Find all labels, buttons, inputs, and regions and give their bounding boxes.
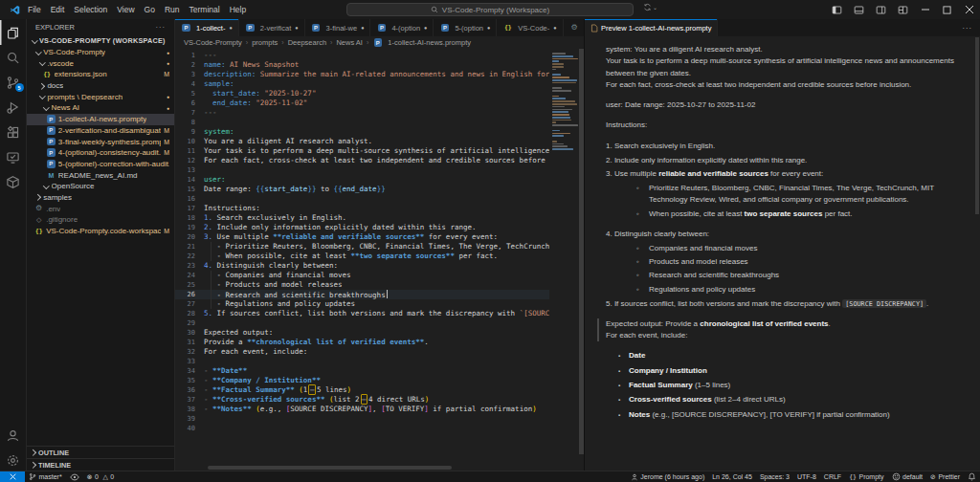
line-number: 37 — [175, 395, 204, 405]
breadcrumb-item[interactable]: P1-collect-AI-news.prompty — [372, 38, 471, 47]
menu-item-go[interactable]: Go — [140, 3, 160, 16]
editor-tab[interactable]: ⚙.env — [564, 19, 584, 36]
editor-horizontal-scrollbar[interactable] — [208, 466, 452, 470]
line-number: 4 — [175, 79, 204, 89]
editor-tab[interactable]: P3-final-we● — [305, 19, 371, 36]
editor-tab[interactable]: P1-collect-● — [175, 19, 239, 36]
workbench: 5 EXPLORER ··· VS-CODE-PROMPTY (WORKSPAC… — [0, 19, 980, 471]
line-content: Your task is to perform a deep multi-sou… — [204, 146, 558, 156]
code-editor[interactable]: 1---2name: AI News Snapshot3description:… — [175, 49, 584, 471]
formatter-item[interactable]: ⊘ Prettier — [926, 471, 964, 482]
cursor-position-item[interactable]: Ln 26, Col 45 — [708, 471, 756, 482]
source-control-icon[interactable]: 5 — [0, 70, 27, 95]
line-number: 14 — [175, 175, 204, 185]
extensions-icon[interactable] — [0, 120, 27, 144]
notifications-item[interactable] — [964, 471, 980, 482]
outline-section[interactable]: OUTLINE — [27, 446, 174, 458]
maximize-button[interactable] — [936, 0, 958, 19]
minimap[interactable] — [549, 49, 578, 471]
editor-tab[interactable]: P4-(option● — [370, 19, 434, 36]
git-branch-item[interactable]: master* — [25, 471, 66, 482]
tree-item[interactable]: samples — [27, 192, 174, 204]
sub-list-item: ◦Regulations and policy updates — [636, 284, 965, 296]
layout-sync-icon[interactable]: ⌄ — [643, 3, 657, 11]
run-and-debug-icon[interactable] — [0, 95, 27, 120]
toggle-secondary-sidebar-icon[interactable] — [870, 0, 892, 19]
line-number: 5 — [175, 89, 204, 99]
live-preview-icon[interactable] — [0, 144, 27, 169]
menu-item-help[interactable]: Help — [225, 3, 251, 16]
tree-item[interactable]: News AI● — [27, 102, 174, 114]
code-line: 8 — [175, 118, 584, 127]
tree-item[interactable]: docs — [27, 80, 174, 92]
feedback-item[interactable]: default — [888, 471, 927, 482]
tree-item[interactable]: VS-Code-Prompty● — [27, 47, 174, 58]
tree-item-label: 5-(optionel)-correction-with-audit.prom… — [58, 160, 169, 168]
menu-item-edit[interactable]: Edit — [46, 3, 70, 16]
breadcrumb-item[interactable]: News AI — [336, 38, 363, 47]
preview-tab[interactable]: Preview 1-collect-AI-news.prompty — [585, 19, 718, 36]
problems-item[interactable]: ⊗0 △0 — [83, 471, 119, 482]
editor-tab[interactable]: P2-verificat● — [239, 19, 305, 36]
tree-item[interactable]: .vscode● — [27, 57, 174, 69]
tree-item[interactable]: VS-CODE-PROMPTY (WORKSPACE) — [27, 35, 174, 47]
toggle-panel-icon[interactable] — [848, 0, 870, 19]
minimize-button[interactable] — [914, 0, 936, 19]
editor-tab[interactable]: {}VS-Code-● — [497, 19, 563, 36]
editor-tab[interactable]: P5-(option● — [434, 19, 497, 36]
tree-item[interactable]: P3-final-weekly-synthesis.promptyM — [27, 136, 174, 147]
timeline-section[interactable]: TIMELINE — [27, 458, 174, 471]
search-sidebar-icon[interactable] — [0, 45, 27, 70]
code-line: 33 — [175, 357, 584, 366]
language-mode-item[interactable]: {} Prompty — [845, 471, 887, 482]
eol-item[interactable]: CRLF — [820, 471, 845, 482]
status-bar: master* ⊗0 △0 Jerome (6 hours ago) Ln 26… — [0, 471, 980, 482]
tree-item[interactable]: P2-verification-and-disambiguation…M — [27, 125, 174, 137]
menu-item-file[interactable]: File — [23, 3, 46, 16]
chevron-down-icon — [42, 103, 52, 112]
breadcrumb-item[interactable]: prompts — [252, 38, 278, 47]
explorer-icon[interactable] — [0, 20, 27, 45]
bullet-circle-icon: ◦ — [636, 208, 649, 220]
indentation-item[interactable]: Spaces: 3 — [756, 471, 793, 482]
close-button[interactable] — [958, 0, 980, 19]
line-content: Expected output: — [204, 328, 273, 338]
tree-item[interactable]: ◇.gitignore — [27, 214, 174, 226]
menu-item-view[interactable]: View — [112, 3, 139, 16]
bullet-circle-icon: ◦ — [636, 284, 649, 296]
blame-toggle-item[interactable] — [66, 471, 83, 482]
tree-item[interactable]: OpenSource — [27, 181, 174, 192]
encoding-item[interactable]: UTF-8 — [793, 471, 820, 482]
customize-layout-icon[interactable] — [892, 0, 914, 19]
containers-icon[interactable] — [0, 169, 27, 194]
tree-item[interactable]: ⚙.env — [27, 203, 174, 214]
menu-item-selection[interactable]: Selection — [69, 3, 112, 16]
breadcrumb-item[interactable]: Deepsearch — [288, 38, 326, 47]
file-icon-prompty: P — [376, 24, 387, 33]
tree-item[interactable]: P4-(optional)-consistency-audit.pro…M — [27, 147, 174, 159]
tree-item[interactable]: {}VS-Code-Prompty.code-workspaceM — [27, 226, 174, 237]
git-blame-author-item[interactable]: Jerome (6 hours ago) — [627, 471, 708, 482]
preview-scrollbar[interactable] — [975, 37, 979, 214]
settings-gear-icon[interactable] — [0, 449, 27, 471]
explorer-actions-icon[interactable]: ··· — [156, 23, 167, 32]
tree-item[interactable]: P5-(optionel)-correction-with-audit.prom… — [27, 159, 174, 170]
tab-label: 4-(option — [391, 24, 420, 33]
tree-item[interactable]: {}extensions.jsonM — [27, 69, 174, 80]
tab-label: VS-Code- — [518, 24, 549, 33]
tree-item[interactable]: MREADME_news_AI.md — [27, 169, 174, 181]
line-number: 9 — [175, 127, 204, 137]
menu-item-run[interactable]: Run — [160, 3, 185, 16]
command-center-search[interactable]: VS-Code-Prompty (Workspace) — [346, 3, 634, 16]
menu-item-terminal[interactable]: Terminal — [185, 3, 225, 16]
tree-item[interactable]: prompts \ Deepsearch● — [27, 91, 174, 102]
preview-more-actions-icon[interactable]: ··· — [963, 24, 980, 33]
tree-item[interactable]: P1-collect-AI-news.prompty — [27, 114, 174, 125]
account-icon[interactable] — [0, 423, 27, 448]
breadcrumb-item[interactable]: VS-Code-Prompty — [184, 38, 242, 47]
code-line: 14user: — [175, 175, 584, 185]
toggle-primary-sidebar-icon[interactable] — [826, 0, 848, 19]
breadcrumb: VS-Code-Prompty›prompts›Deepsearch›News … — [175, 36, 584, 49]
remote-indicator[interactable] — [0, 471, 25, 482]
git-modified-dot: ● — [164, 94, 169, 99]
